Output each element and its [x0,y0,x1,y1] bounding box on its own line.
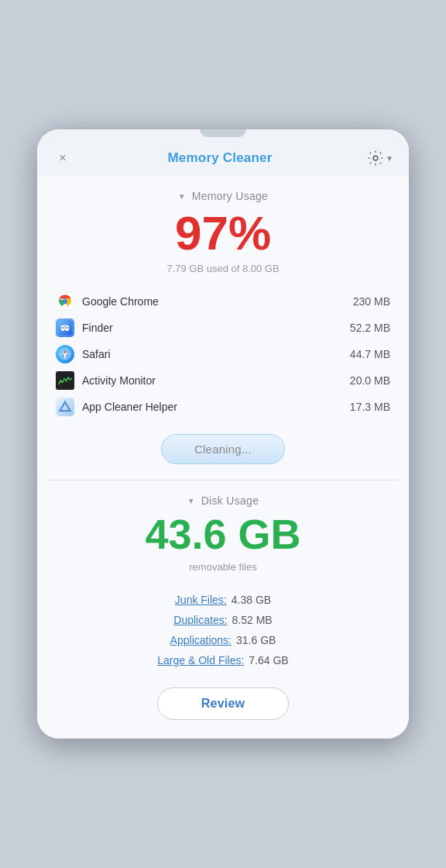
app-size: 44.7 MB [350,348,390,360]
disk-value: 43.6 GB [56,512,390,557]
disk-item-list: Junk Files: 4.38 GB Duplicates: 8.52 MB … [56,590,390,670]
app-size: 17.3 MB [350,401,390,413]
app-name: App Cleaner Helper [82,401,342,413]
list-item: Finder 52.2 MB [56,315,390,341]
settings-button[interactable]: ▼ [367,150,393,167]
svg-point-8 [67,327,68,329]
app-size: 20.0 MB [350,374,390,387]
titlebar: × Memory Cleaner ▼ [37,137,409,176]
list-item: App Cleaner Helper 17.3 MB [56,394,390,420]
disk-triangle-icon: ▼ [187,497,195,505]
list-item: Duplicates: 8.52 MB [56,610,390,630]
notch [200,129,246,137]
svg-point-0 [373,156,378,160]
gear-icon [367,150,384,167]
svg-rect-4 [58,321,72,335]
svg-point-7 [62,327,63,329]
review-button-wrapper: Review [56,687,390,720]
review-button[interactable]: Review [157,687,289,720]
app-name: Finder [82,322,342,334]
window-title: Memory Cleaner [168,150,273,166]
memory-section-title: Memory Usage [192,190,269,202]
app-size: 52.2 MB [350,322,390,334]
list-item: Applications: 31.6 GB [56,630,390,650]
disk-subtitle: removable files [56,561,390,573]
app-window: × Memory Cleaner ▼ ▼ Memory Usage 97% 7.… [37,129,409,739]
disk-item-label-junk[interactable]: Junk Files: [175,594,227,606]
memory-section: ▼ Memory Usage 97% 7.79 GB used of 8.00 … [37,176,409,480]
disk-item-value-duplicates: 8.52 MB [232,614,273,626]
disk-section: ▼ Disk Usage 43.6 GB removable files Jun… [37,480,409,738]
memory-triangle-icon: ▼ [178,192,186,201]
activity-monitor-app-icon [56,371,74,390]
app-name: Activity Monitor [82,374,342,387]
cleaning-button-wrapper: Cleaning... [56,434,390,464]
cleaning-button[interactable]: Cleaning... [161,434,285,464]
memory-percent: 97% [56,207,390,260]
list-item: Junk Files: 4.38 GB [56,590,390,610]
list-item: Activity Monitor 20.0 MB [56,367,390,394]
safari-app-icon [56,345,74,363]
list-item: Google Chrome 230 MB [56,288,390,315]
disk-item-value-large-files: 7.64 GB [249,654,288,666]
close-button[interactable]: × [53,148,73,168]
disk-section-title: Disk Usage [201,494,259,507]
disk-section-header: ▼ Disk Usage [56,494,390,507]
chrome-app-icon [56,292,74,311]
app-name: Google Chrome [82,295,345,308]
memory-used-label: 7.79 GB used of 8.00 GB [56,263,390,274]
list-item: Large & Old Files: 7.64 GB [56,650,390,670]
disk-item-value-junk: 4.38 GB [232,594,271,606]
disk-item-label-duplicates[interactable]: Duplicates: [173,614,227,626]
finder-app-icon [56,319,74,337]
disk-item-label-large-files[interactable]: Large & Old Files: [157,654,244,666]
disk-item-value-applications: 31.6 GB [236,634,276,646]
app-size: 230 MB [353,295,390,308]
appcleaner-app-icon [56,398,74,416]
svg-point-3 [63,299,67,304]
memory-section-header: ▼ Memory Usage [56,190,390,202]
app-name: Safari [82,348,342,360]
app-list: Google Chrome 230 MB [56,288,390,420]
disk-item-label-applications[interactable]: Applications: [170,634,232,646]
chevron-down-icon: ▼ [386,154,393,163]
list-item: Safari 44.7 MB [56,341,390,367]
